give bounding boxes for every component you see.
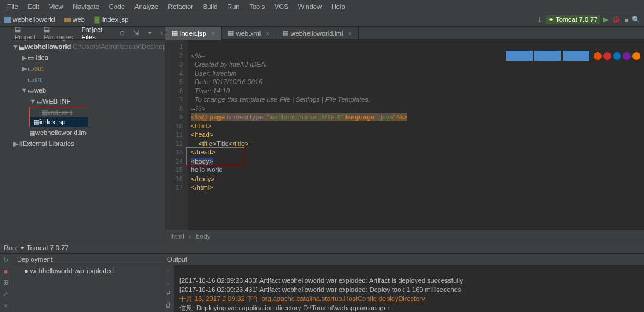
menu-edit[interactable]: Edit bbox=[23, 3, 44, 10]
crumb-body[interactable]: body bbox=[196, 233, 210, 240]
console-line: [2017-10-16 02:09:23,430] Artifact webhe… bbox=[179, 277, 463, 284]
svg-rect-2 bbox=[94, 17, 99, 24]
run-header: Run: ✦ Tomcat 7.0.77 bbox=[0, 242, 644, 254]
debug-icon[interactable]: 🐞 bbox=[612, 16, 620, 24]
menu-file[interactable]: File bbox=[2, 3, 23, 10]
breadcrumb-file[interactable]: index.jsp bbox=[93, 16, 132, 24]
console-line: 信息: Deploying web application directory … bbox=[179, 304, 390, 311]
gear-icon[interactable]: ✦ bbox=[147, 29, 153, 37]
menu-run[interactable]: Run bbox=[222, 3, 244, 10]
yandex-icon[interactable] bbox=[632, 52, 640, 60]
highlight-annotation-body bbox=[186, 147, 244, 165]
editor-tab-iml[interactable]: ▦ webhelloworld.iml× bbox=[276, 27, 359, 40]
tree-webinf[interactable]: ▼▭ WEB-INF bbox=[12, 96, 165, 107]
highlight-annotation: ▦ web.xml ▦ index.jsp bbox=[29, 107, 88, 127]
svg-rect-0 bbox=[4, 17, 11, 23]
menu-navigate[interactable]: Navigate bbox=[68, 3, 104, 10]
menu-view[interactable]: View bbox=[44, 3, 68, 10]
pin-icon[interactable]: ⤢ bbox=[3, 290, 8, 298]
svg-rect-1 bbox=[64, 18, 71, 22]
crumb-html[interactable]: html bbox=[171, 233, 184, 240]
console-line: [2017-10-16 02:09:23,431] Artifact webhe… bbox=[179, 286, 461, 293]
project-tool-window: ⬓ Project ⬓ Packages Project Files ⊕ ⇲ ✦… bbox=[12, 27, 165, 242]
tree-webxml[interactable]: ▦ web.xml bbox=[30, 107, 88, 117]
chrome-icon[interactable] bbox=[603, 52, 611, 60]
breadcrumb-folder[interactable]: web bbox=[64, 16, 88, 24]
editor-breadcrumb: html› body bbox=[165, 230, 644, 242]
code-area[interactable]: <%-- Created by IntelliJ IDEA. User: liw… bbox=[187, 40, 644, 230]
menu-analyze[interactable]: Analyze bbox=[130, 3, 163, 10]
run-config-selector[interactable]: ✦ Tomcat 7.0.77 bbox=[546, 15, 600, 24]
tree-web[interactable]: ▼▭ web bbox=[12, 85, 165, 96]
menu-code[interactable]: Code bbox=[104, 3, 130, 10]
left-tool-gutter bbox=[0, 27, 12, 242]
editor-body[interactable]: 1234567891011121314151617 <%-- Created b… bbox=[165, 40, 644, 230]
run-title: Run: bbox=[4, 244, 18, 251]
layout-icon[interactable]: ⊞ bbox=[3, 279, 8, 287]
collapse-icon[interactable]: ⇲ bbox=[133, 29, 139, 37]
main-area: ⬓ Project ⬓ Packages Project Files ⊕ ⇲ ✦… bbox=[0, 27, 644, 242]
editor-area: ▦ index.jsp× ▦ web.xml× ▦ webhelloworld.… bbox=[165, 27, 644, 242]
close-icon[interactable]: × bbox=[211, 30, 214, 37]
menu-help[interactable]: Help bbox=[327, 3, 350, 10]
editor-tabs: ▦ index.jsp× ▦ web.xml× ▦ webhelloworld.… bbox=[165, 27, 644, 40]
safari-icon[interactable] bbox=[613, 52, 621, 60]
console-line: 十月 16, 2017 2:09:32 下午 org.apache.catali… bbox=[179, 295, 425, 302]
menu-vcs[interactable]: VCS bbox=[270, 3, 293, 10]
close-icon[interactable]: × bbox=[265, 30, 269, 37]
editor-tab-webxml[interactable]: ▦ web.xml× bbox=[222, 27, 276, 40]
menu-refactor[interactable]: Refactor bbox=[163, 3, 198, 10]
down-icon[interactable]: ↓ bbox=[167, 279, 170, 286]
output-header: Output bbox=[162, 254, 644, 265]
search-icon[interactable]: 🔍 bbox=[632, 16, 640, 24]
navigation-bar: webhelloworld web index.jsp ⤓ ✦ Tomcat 7… bbox=[0, 13, 644, 27]
sidebar-tab-packages[interactable]: ⬓ Packages bbox=[44, 25, 73, 41]
deployment-column: Deployment ● webhelloworld:war exploded bbox=[12, 254, 162, 312]
deployment-header: Deployment bbox=[12, 254, 162, 265]
menu-window[interactable]: Window bbox=[293, 3, 327, 10]
autoscroll-icon[interactable]: ⊕ bbox=[119, 29, 125, 37]
run-icon[interactable]: ▶ bbox=[603, 16, 608, 24]
tree-idea[interactable]: ▶▭ .idea bbox=[12, 52, 165, 63]
output-column: Output ↑ ↓ ⤶ ⎙ [2017-10-16 02:09:23,430]… bbox=[162, 254, 644, 312]
sidebar-tabs: ⬓ Project ⬓ Packages Project Files ⊕ ⇲ ✦… bbox=[12, 27, 165, 40]
breadcrumb-project[interactable]: webhelloworld bbox=[4, 16, 59, 24]
stop-icon[interactable]: ■ bbox=[624, 16, 628, 24]
tree-out[interactable]: ▶▭ out bbox=[12, 63, 165, 74]
stop-icon[interactable]: ■ bbox=[4, 268, 8, 275]
browser-icons bbox=[594, 52, 640, 60]
close-icon[interactable]: × bbox=[4, 302, 7, 309]
firefox-icon[interactable] bbox=[594, 52, 602, 60]
tree-iml[interactable]: ▦ webhelloworld.iml bbox=[12, 127, 165, 138]
sidebar-tab-project-files[interactable]: Project Files bbox=[82, 26, 102, 41]
sidebar-tab-project[interactable]: ⬓ Project bbox=[15, 25, 35, 41]
tree-src[interactable]: ▭ src bbox=[12, 74, 165, 85]
editor-gutter: 1234567891011121314151617 bbox=[165, 40, 187, 230]
overlay-blur-boxes bbox=[506, 51, 589, 61]
opera-icon[interactable] bbox=[623, 52, 631, 60]
run-toolbar: ↻ ■ ⊞ ⤢ × bbox=[0, 254, 12, 312]
run-config-name: ✦ Tomcat 7.0.77 bbox=[19, 244, 68, 252]
menu-bar: File Edit View Navigate Code Analyze Ref… bbox=[0, 0, 644, 13]
wrap-icon[interactable]: ⤶ bbox=[165, 290, 171, 297]
deployment-item[interactable]: ● webhelloworld:war exploded bbox=[12, 265, 162, 276]
tree-indexjsp[interactable]: ▦ index.jsp bbox=[30, 117, 88, 127]
run-panel: ↻ ■ ⊞ ⤢ × Deployment ● webhelloworld:war… bbox=[0, 254, 644, 312]
tree-external-libs[interactable]: ▶⫴ External Libraries bbox=[12, 138, 165, 149]
print-icon[interactable]: ⎙ bbox=[166, 301, 170, 308]
menu-tools[interactable]: Tools bbox=[244, 3, 270, 10]
tree-root[interactable]: ▼⬓ webhelloworld C:\Users\Administrator\… bbox=[12, 41, 165, 52]
console-output[interactable]: [2017-10-16 02:09:23,430] Artifact webhe… bbox=[174, 265, 644, 312]
make-icon[interactable]: ⤓ bbox=[537, 16, 542, 24]
editor-tab-indexjsp[interactable]: ▦ index.jsp× bbox=[165, 27, 222, 40]
project-tree[interactable]: ▼⬓ webhelloworld C:\Users\Administrator\… bbox=[12, 40, 165, 242]
menu-build[interactable]: Build bbox=[198, 3, 222, 10]
up-icon[interactable]: ↑ bbox=[167, 268, 170, 275]
rerun-icon[interactable]: ↻ bbox=[3, 256, 8, 264]
output-toolbar: ↑ ↓ ⤶ ⎙ bbox=[162, 265, 174, 312]
close-icon[interactable]: × bbox=[348, 30, 351, 37]
